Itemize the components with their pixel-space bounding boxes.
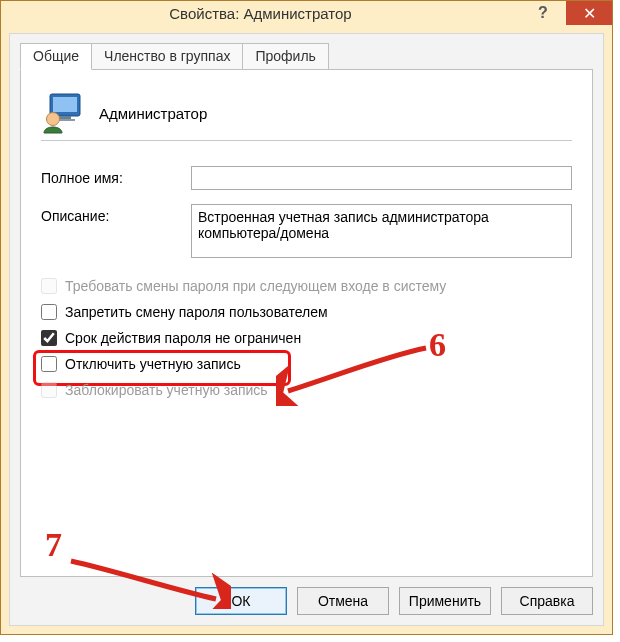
row-full-name: Полное имя: (41, 166, 572, 190)
dialog-window: Свойства: Администратор ? ✕ Общие Членст… (0, 0, 613, 635)
row-description: Описание: (41, 204, 572, 258)
titlebar-buttons: ? ✕ (520, 1, 612, 25)
check-password-never-expires-label: Срок действия пароля не ограничен (65, 330, 301, 346)
check-disable-account[interactable]: Отключить учетную запись (41, 356, 572, 372)
apply-button[interactable]: Применить (399, 587, 491, 615)
check-lock-account-box (41, 382, 57, 398)
check-password-never-expires-box[interactable] (41, 330, 57, 346)
titlebar: Свойства: Администратор ? ✕ (1, 1, 612, 25)
check-disable-account-box[interactable] (41, 356, 57, 372)
separator (41, 140, 572, 142)
svg-rect-2 (59, 116, 71, 119)
check-must-change-password: Требовать смены пароля при следующем вхо… (41, 278, 572, 294)
full-name-label: Полное имя: (41, 166, 191, 186)
user-header: Администратор (41, 92, 572, 134)
help-button[interactable]: ? (520, 1, 566, 25)
tab-profile[interactable]: Профиль (242, 43, 328, 70)
dialog-buttons: ОК Отмена Применить Справка (20, 587, 593, 615)
check-cannot-change-password-label: Запретить смену пароля пользователем (65, 304, 328, 320)
tab-general[interactable]: Общие (20, 43, 92, 70)
user-display-name: Администратор (99, 105, 207, 122)
check-lock-account: Заблокировать учетную запись (41, 382, 572, 398)
svg-rect-1 (53, 97, 77, 112)
check-must-change-password-box (41, 278, 57, 294)
svg-point-4 (47, 113, 60, 126)
check-cannot-change-password-box[interactable] (41, 304, 57, 320)
help-button-bottom[interactable]: Справка (501, 587, 593, 615)
tab-memberof[interactable]: Членство в группах (91, 43, 243, 70)
cancel-button[interactable]: Отмена (297, 587, 389, 615)
check-cannot-change-password[interactable]: Запретить смену пароля пользователем (41, 304, 572, 320)
window-title: Свойства: Администратор (1, 5, 520, 22)
check-password-never-expires[interactable]: Срок действия пароля не ограничен (41, 330, 572, 346)
user-monitor-icon (41, 92, 83, 134)
tabstrip: Общие Членство в группах Профиль (20, 42, 603, 69)
full-name-input[interactable] (191, 166, 572, 190)
tabpage-general: Администратор Полное имя: Описание: Треб… (20, 69, 593, 577)
description-label: Описание: (41, 204, 191, 224)
checkbox-group: Требовать смены пароля при следующем вхо… (41, 278, 572, 398)
check-must-change-password-label: Требовать смены пароля при следующем вхо… (65, 278, 446, 294)
description-input[interactable] (191, 204, 572, 258)
ok-button[interactable]: ОК (195, 587, 287, 615)
check-lock-account-label: Заблокировать учетную запись (65, 382, 268, 398)
client-area: Общие Членство в группах Профиль Админис… (9, 33, 604, 626)
check-disable-account-label: Отключить учетную запись (65, 356, 241, 372)
close-button[interactable]: ✕ (566, 1, 612, 25)
